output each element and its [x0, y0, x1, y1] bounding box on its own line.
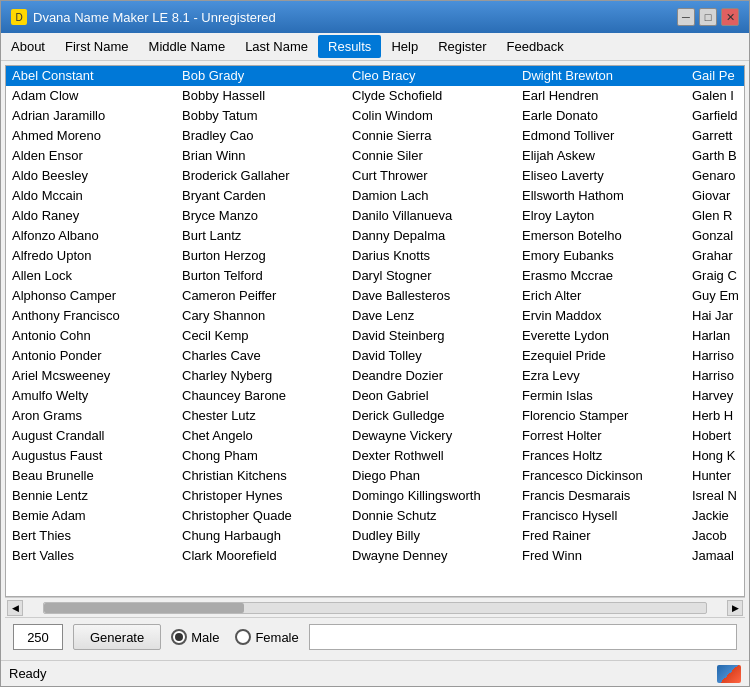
- table-row[interactable]: Ariel McsweeneyCharley NybergDeandre Doz…: [6, 366, 744, 386]
- menu-last-name[interactable]: Last Name: [235, 35, 318, 58]
- table-cell: Charley Nyberg: [176, 366, 346, 386]
- h-scrollbar-thumb[interactable]: [44, 603, 244, 613]
- table-cell: Hong K: [686, 446, 744, 466]
- table-cell: Abel Constant: [6, 66, 176, 86]
- table-row[interactable]: Anthony FranciscoCary ShannonDave LenzEr…: [6, 306, 744, 326]
- table-row[interactable]: Alden EnsorBrian WinnConnie SilerElijah …: [6, 146, 744, 166]
- table-cell: Jackie: [686, 506, 744, 526]
- table-cell: Grahar: [686, 246, 744, 266]
- table-cell: Emerson Botelho: [516, 226, 686, 246]
- table-row[interactable]: Alfredo UptonBurton HerzogDarius KnottsE…: [6, 246, 744, 266]
- table-row[interactable]: Adrian JaramilloBobby TatumColin WindomE…: [6, 106, 744, 126]
- table-cell: Fred Winn: [516, 546, 686, 566]
- female-radio-label[interactable]: Female: [235, 629, 298, 645]
- maximize-button[interactable]: □: [699, 8, 717, 26]
- table-cell: Antonio Ponder: [6, 346, 176, 366]
- table-cell: Elroy Layton: [516, 206, 686, 226]
- minimize-button[interactable]: ─: [677, 8, 695, 26]
- table-cell: Fermin Islas: [516, 386, 686, 406]
- menu-middle-name[interactable]: Middle Name: [139, 35, 236, 58]
- table-cell: Giovar: [686, 186, 744, 206]
- table-row[interactable]: Aron GramsChester LutzDerick GulledgeFlo…: [6, 406, 744, 426]
- table-cell: Ariel Mcsweeney: [6, 366, 176, 386]
- count-input[interactable]: [13, 624, 63, 650]
- male-radio-label[interactable]: Male: [171, 629, 219, 645]
- table-row[interactable]: August CrandallChet AngeloDewayne Vicker…: [6, 426, 744, 446]
- title-bar-left: D Dvana Name Maker LE 8.1 - Unregistered: [11, 9, 276, 25]
- table-cell: Dwight Brewton: [516, 66, 686, 86]
- table-row[interactable]: Bennie LentzChristoper HynesDomingo Kill…: [6, 486, 744, 506]
- table-cell: Augustus Faust: [6, 446, 176, 466]
- h-scrollbar-track[interactable]: [43, 602, 707, 614]
- table-cell: Derick Gulledge: [346, 406, 516, 426]
- status-icon: [717, 665, 741, 683]
- table-cell: Alden Ensor: [6, 146, 176, 166]
- table-cell: Dave Ballesteros: [346, 286, 516, 306]
- table-row[interactable]: Aldo BeesleyBroderick GallaherCurt Throw…: [6, 166, 744, 186]
- table-cell: Fred Rainer: [516, 526, 686, 546]
- table-cell: Bob Grady: [176, 66, 346, 86]
- table-cell: Aldo Raney: [6, 206, 176, 226]
- table-row[interactable]: Amulfo WeltyChauncey BaroneDeon GabrielF…: [6, 386, 744, 406]
- table-cell: Ezequiel Pride: [516, 346, 686, 366]
- menu-first-name[interactable]: First Name: [55, 35, 139, 58]
- table-row[interactable]: Ahmed MorenoBradley CaoConnie SierraEdmo…: [6, 126, 744, 146]
- table-cell: Guy Em: [686, 286, 744, 306]
- table-row[interactable]: Bert VallesClark MoorefieldDwayne Denney…: [6, 546, 744, 566]
- table-cell: Harriso: [686, 346, 744, 366]
- main-window: D Dvana Name Maker LE 8.1 - Unregistered…: [0, 0, 750, 687]
- table-cell: Gail Pe: [686, 66, 744, 86]
- table-row[interactable]: Beau BrunelleChristian KitchensDiego Pha…: [6, 466, 744, 486]
- table-row[interactable]: Bemie AdamChristopher QuadeDonnie Schutz…: [6, 506, 744, 526]
- table-cell: Colin Windom: [346, 106, 516, 126]
- table-row[interactable]: Antonio CohnCecil KempDavid SteinbergEve…: [6, 326, 744, 346]
- menu-help[interactable]: Help: [381, 35, 428, 58]
- table-row[interactable]: Alfonzo AlbanoBurt LantzDanny DepalmaEme…: [6, 226, 744, 246]
- table-row[interactable]: Antonio PonderCharles CaveDavid TolleyEz…: [6, 346, 744, 366]
- table-cell: Francisco Hysell: [516, 506, 686, 526]
- names-list-scroll[interactable]: Abel ConstantBob GradyCleo BracyDwight B…: [6, 66, 744, 596]
- table-cell: Antonio Cohn: [6, 326, 176, 346]
- table-row[interactable]: Abel ConstantBob GradyCleo BracyDwight B…: [6, 66, 744, 86]
- table-cell: Christoper Hynes: [176, 486, 346, 506]
- table-cell: Earle Donato: [516, 106, 686, 126]
- female-radio-outer[interactable]: [235, 629, 251, 645]
- menu-register[interactable]: Register: [428, 35, 496, 58]
- male-radio-text: Male: [191, 630, 219, 645]
- names-table: Abel ConstantBob GradyCleo BracyDwight B…: [6, 66, 744, 566]
- table-row[interactable]: Allen LockBurton TelfordDaryl StognerEra…: [6, 266, 744, 286]
- menu-about[interactable]: About: [1, 35, 55, 58]
- menu-results[interactable]: Results: [318, 35, 381, 58]
- scroll-right-arrow[interactable]: ▶: [727, 600, 743, 616]
- generate-button[interactable]: Generate: [73, 624, 161, 650]
- close-button[interactable]: ✕: [721, 8, 739, 26]
- app-icon: D: [11, 9, 27, 25]
- table-row[interactable]: Aldo MccainBryant CardenDamion LachEllsw…: [6, 186, 744, 206]
- table-row[interactable]: Aldo RaneyBryce ManzoDanilo VillanuevaEl…: [6, 206, 744, 226]
- table-row[interactable]: Bert ThiesChung HarbaughDudley BillyFred…: [6, 526, 744, 546]
- name-field[interactable]: [309, 624, 737, 650]
- table-cell: Chung Harbaugh: [176, 526, 346, 546]
- table-cell: Dwayne Denney: [346, 546, 516, 566]
- table-row[interactable]: Augustus FaustChong PhamDexter RothwellF…: [6, 446, 744, 466]
- table-cell: Ahmed Moreno: [6, 126, 176, 146]
- names-list-container: Abel ConstantBob GradyCleo BracyDwight B…: [5, 65, 745, 597]
- table-cell: Deon Gabriel: [346, 386, 516, 406]
- table-cell: Francis Desmarais: [516, 486, 686, 506]
- table-row[interactable]: Alphonso CamperCameron PeifferDave Balle…: [6, 286, 744, 306]
- table-cell: Damion Lach: [346, 186, 516, 206]
- scrollbar-area: ◀ ▶: [5, 597, 745, 617]
- table-cell: Bobby Hassell: [176, 86, 346, 106]
- table-cell: Hunter: [686, 466, 744, 486]
- table-row[interactable]: Adam ClowBobby HassellClyde SchofieldEar…: [6, 86, 744, 106]
- table-cell: Bert Valles: [6, 546, 176, 566]
- scroll-left-arrow[interactable]: ◀: [7, 600, 23, 616]
- title-controls: ─ □ ✕: [677, 8, 739, 26]
- table-cell: Garrett: [686, 126, 744, 146]
- table-cell: Curt Thrower: [346, 166, 516, 186]
- table-cell: Jamaal: [686, 546, 744, 566]
- male-radio-outer[interactable]: [171, 629, 187, 645]
- table-cell: Burton Herzog: [176, 246, 346, 266]
- gender-radio-group: Male Female: [171, 629, 299, 645]
- menu-feedback[interactable]: Feedback: [497, 35, 574, 58]
